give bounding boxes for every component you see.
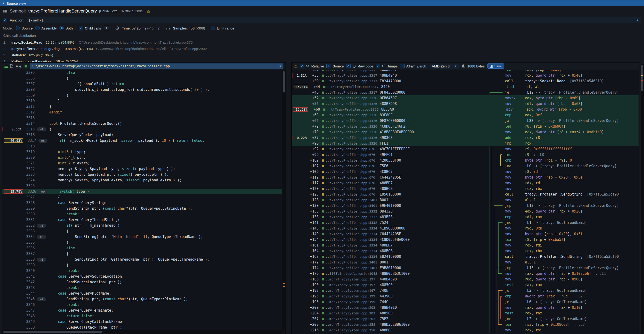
asm-row[interactable]: +167..t\TracyProfiler.cpp:3334E824160000… (292, 254, 638, 259)
source-line-row[interactable]: 0.66%3315⌀7{ (2, 126, 282, 132)
source-line-row[interactable]: 3338⌀1 SendString( ptr, GetThreadName( p… (2, 257, 282, 262)
source-line-row[interactable]: 3316 ServerQueryPacket payload; (2, 132, 282, 138)
source-lines-icon[interactable] (4, 65, 8, 68)
source-line-row[interactable]: 3311} (2, 104, 282, 109)
asm-row[interactable]: +141..t\TracyProfiler.cpp:33327524jne.L1… (292, 220, 638, 225)
asm-row[interactable]: +216..mon\TracySystem.cpp:258488BCEmovrc… (292, 328, 638, 333)
relative-toggle[interactable]: Relative (300, 64, 324, 68)
raw-code-checkbox[interactable] (346, 64, 351, 68)
asm-row[interactable]: +193..mon\TracySystem.cpp:197740Eje.L3 -… (292, 288, 638, 293)
source-line-row[interactable]: 3336 else (2, 245, 282, 251)
source-line-row[interactable]: 3314bool Profiler::HandleServerQuery() (2, 121, 282, 126)
radio-icon[interactable] (16, 26, 20, 30)
asm-row[interactable]: +128..t\TracyProfiler.cpp:3401B001moval,… (292, 197, 638, 203)
source-line-row[interactable]: 3331 case ServerQueryThreadString: (2, 217, 282, 223)
source-line-row[interactable]: 3348 return false; (2, 313, 282, 319)
asm-row[interactable]: 45.41%+44..t\TracyProfiler.cpp:331784C0t… (292, 84, 638, 90)
child-call-item[interactable]: 1.tracy::Socket::Read25.25 ms (54.89%)C:… (3, 39, 641, 45)
function-select[interactable]: [ - self - ] (27, 17, 641, 23)
jumps-toggle[interactable]: Jumps (376, 64, 398, 68)
limit-range-checkbox[interactable] (211, 26, 215, 30)
asm-row[interactable]: 15.50%+60..t\TracyProfiler.cpp:33268B55A… (292, 107, 638, 112)
child-call-item[interactable]: 3.stat64i32625 μs (1.36%) (3, 52, 641, 58)
function-checkbox[interactable] (3, 18, 7, 22)
file-select[interactable]: C:\Users\wolf\Desktop\darkrl\contrib\tra… (30, 63, 283, 69)
limit-range-toggle[interactable]: Limit range (211, 26, 234, 30)
asm-row[interactable]: +39..t\TracyProfiler.cpp:3317E824AA0000c… (292, 78, 638, 84)
asm-row[interactable]: +195..mon\TracySystem.cpp:199443900cmpdw… (292, 293, 638, 299)
source-horizontal-scrollbar[interactable] (2, 330, 282, 334)
source-toggle[interactable]: Source (326, 64, 344, 68)
asm-row[interactable]: +190..mon\TracySystem.cpp:1974885C0testr… (292, 282, 638, 288)
asm-row[interactable]: +99..t\TracyProfiler.hpp:67649FFC1incr9 … (292, 152, 638, 158)
source-line-row[interactable]: 3341 case ServerQuerySourceLocation: (2, 274, 282, 279)
source-line-row[interactable]: 3305 else (2, 70, 282, 75)
chevron-down-icon[interactable] (454, 65, 457, 67)
source-line-row[interactable]: 3344 case ServerQueryPlotName: (2, 291, 282, 296)
source-line-row[interactable]: 3325 (2, 183, 282, 189)
asm-row[interactable]: +138..t\TracyProfiler.cpp:3332483BF8cmpr… (292, 214, 638, 220)
asm-row[interactable]: +143..t\TracyProfiler.cpp:333441B90B0000… (292, 225, 638, 231)
asm-row[interactable]: +79..t\TracyProfiler.cpp:3326418B8C80E0B… (292, 129, 638, 135)
source-line-row[interactable]: 3321 uint32_t extra; (2, 161, 282, 166)
up-arrow-button[interactable] (104, 25, 109, 31)
asm-row[interactable]: +112..t\TracyProfiler.hpp:676C64424205Em… (292, 174, 638, 180)
source-line-row[interactable]: 3329 SendString( ptr, (const char*)ptr, … (2, 206, 282, 211)
asm-row[interactable]: +120..t\TracyProfiler.hpp:676488BCBmovrc… (292, 186, 638, 191)
source-line-row[interactable]: 3343 break; (2, 285, 282, 291)
source-line-row[interactable]: 3312#endif (2, 109, 282, 115)
source-line-row[interactable]: 3319 uint8_t type; (2, 149, 282, 155)
asm-row[interactable]: +102..t\TracyProfiler.hpp:67642803C0F00c… (292, 158, 638, 163)
asm-row[interactable]: +123..t\TracyProfiler.hpp:676E850160000c… (292, 191, 638, 197)
asm-row[interactable]: +109..t\TracyProfiler.hpp:6764C8BC7movr8… (292, 169, 638, 174)
source-line-row[interactable]: 3306 { (2, 75, 282, 81)
child-calls-checkbox[interactable] (79, 26, 83, 30)
chevron-down-icon[interactable] (279, 65, 281, 68)
source-line-row[interactable]: 3345⌀1 SendString( ptr, (const char*)ptr… (2, 296, 282, 302)
titlebar[interactable]: Source view (0, 0, 644, 6)
asm-row[interactable]: +63..t\TracyProfiler.cpp:332683F80Fcmpea… (292, 112, 638, 118)
source-line-row[interactable]: 46.93%3317⌀5 if( !m_sock->Read( &payload… (2, 138, 282, 144)
mode-radio-both[interactable]: Both (60, 26, 73, 30)
source-line-row[interactable]: 3337 { (2, 251, 282, 257)
jumps-checkbox[interactable] (376, 64, 380, 68)
source-line-row[interactable]: 3349 case ServerQueryCallstackFrame: (2, 319, 282, 325)
source-line-row[interactable]: 3339 } (2, 262, 282, 268)
radio-icon[interactable] (36, 26, 40, 30)
source-line-row[interactable]: 3346 break; (2, 302, 282, 308)
asm-row[interactable]: +90..t\TracyProfiler.cpp:3326FFE1jmprcx (292, 141, 638, 146)
radio-icon[interactable] (60, 26, 64, 30)
source-line-row[interactable]: 3322 memcpy( &type, &payload.type, sizeo… (2, 166, 282, 172)
child-call-item[interactable]: 2.tracy::Profiler::SendLongString19.88 m… (3, 45, 641, 52)
att-checkbox[interactable] (400, 64, 404, 68)
asm-row[interactable]: +72..t\TracyProfiler.cpp:33264C8D05F146F… (292, 124, 638, 129)
asm-row[interactable]: 1.31%+35..t\TracyProfiler.cpp:3317488B49… (292, 73, 638, 78)
source-line-row[interactable]: 3323 memcpy( &ptr, &payload.ptr, sizeof(… (2, 172, 282, 177)
relative-checkbox[interactable] (300, 64, 304, 68)
source-line-row[interactable]: 3333 { (2, 228, 282, 234)
asm-row[interactable]: +107..t\TracyProfiler.hpp:67675F6jne.L0 … (292, 163, 638, 169)
scrollbar-thumb[interactable] (3, 331, 102, 333)
asm-row[interactable]: +135..t\TracyProfiler.cpp:33328B4320move… (292, 208, 638, 214)
asm-row[interactable]: +52..t\TracyProfiler.cpp:33260FB64597mov… (292, 95, 638, 101)
asm-row[interactable]: +92..t\TracyProfiler.hpp:67649C7C1FFFFFF… (292, 146, 638, 152)
raw-code-toggle[interactable]: Raw code (346, 64, 373, 68)
source-line-row[interactable]: 3328 case ServerQueryString: (2, 200, 282, 206)
asm-row[interactable]: +207..mon\TracySystem.cpp:20375F2jne.L2 … (292, 316, 638, 322)
asm-row[interactable]: +186..mon\TracySystem.cpp:197448B4598mov… (292, 276, 638, 282)
mode-radio-assembly[interactable]: Assembly (36, 26, 57, 30)
source-line-row[interactable]: 3342 SendSourceLocation( ptr ); (2, 279, 282, 285)
asm-row[interactable]: +117..t\TracyProfiler.hpp:676488BD7movrd… (292, 180, 638, 186)
source-vertical-scrollbar[interactable] (282, 70, 285, 330)
source-line-row[interactable]: 15.79%3326⌀9 switch( type ) (2, 189, 282, 194)
source-line-row[interactable]: 3340 break; (2, 268, 282, 274)
source-line-row[interactable]: 3347 case ServerQueryTerminate: (2, 308, 282, 313)
scrollbar-thumb[interactable] (283, 71, 285, 92)
source-line-row[interactable]: 3350 QueueCallstackFrame( ptr ); (2, 325, 282, 330)
asm-row[interactable]: +209..mon\TracySystem.cpp:258488D35E8861… (292, 322, 638, 328)
asm-row[interactable]: +31..t\TracyProfiler.cpp:3317488D5597lea… (292, 70, 638, 73)
asm-row[interactable]: +161..t\TracyProfiler.cpp:3334488BD7movr… (292, 242, 638, 248)
source-line-row[interactable]: 3308 std::this_thread::sleep_for( std::c… (2, 87, 282, 92)
source-line-row[interactable]: 3309 } (2, 92, 282, 98)
source-line-row[interactable]: 3327 { (2, 194, 282, 200)
